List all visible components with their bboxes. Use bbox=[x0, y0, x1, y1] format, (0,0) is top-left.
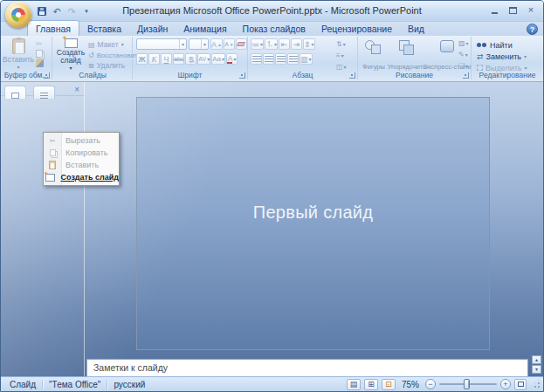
context-menu-item-paste[interactable]: Вставить bbox=[44, 159, 119, 171]
align-left-button[interactable] bbox=[251, 53, 262, 65]
context-menu-item-new-slide[interactable]: ✦ Создать слайд bbox=[44, 171, 119, 183]
tab-review[interactable]: Рецензирование bbox=[313, 22, 400, 36]
office-button[interactable] bbox=[5, 2, 31, 28]
shape-outline-button[interactable]: ✎▾ bbox=[458, 50, 469, 59]
new-slide-button[interactable]: ✦ Создать слайд ▾ bbox=[55, 38, 86, 72]
pane-close-button[interactable]: × bbox=[74, 84, 79, 95]
shape-fill-icon: ▨ bbox=[458, 39, 465, 47]
tab-insert[interactable]: Вставка bbox=[79, 22, 129, 36]
maximize-icon bbox=[509, 7, 517, 14]
zoom-level-label[interactable]: 75% bbox=[399, 380, 422, 389]
align-text-button[interactable]: ≡▾ bbox=[336, 51, 347, 60]
shrink-font-button[interactable]: А▼ bbox=[224, 38, 235, 50]
next-slide-button[interactable]: ▾ bbox=[532, 365, 541, 374]
character-spacing-button[interactable]: AV▾ bbox=[197, 53, 210, 65]
shape-fill-button[interactable]: ▨▾ bbox=[458, 38, 469, 48]
close-button[interactable]: × bbox=[526, 5, 536, 15]
status-language[interactable]: русский bbox=[107, 380, 151, 389]
bold-button[interactable]: Ж bbox=[136, 53, 148, 65]
numbering-button[interactable]: ⒈▾ bbox=[265, 38, 278, 50]
slideshow-view-button[interactable]: ⊡ bbox=[382, 379, 396, 390]
align-right-button[interactable] bbox=[275, 53, 286, 65]
paragraph-group-label: Абзац bbox=[248, 71, 357, 79]
slide-sorter-view-button[interactable]: ⊞ bbox=[364, 379, 378, 390]
cut-button[interactable]: ✂ bbox=[36, 39, 44, 48]
fit-to-window-button[interactable] bbox=[514, 379, 527, 390]
format-painter-button[interactable] bbox=[36, 59, 44, 67]
window-controls: × bbox=[489, 5, 536, 15]
drawing-dialog-launcher[interactable] bbox=[463, 72, 469, 79]
justify-button[interactable] bbox=[287, 53, 299, 65]
text-direction-button[interactable]: ⇅▾ bbox=[336, 39, 347, 49]
font-color-button[interactable]: А▾ bbox=[226, 53, 238, 65]
underline-button[interactable]: Ч bbox=[161, 53, 172, 65]
slide-canvas[interactable]: Первый слайд bbox=[136, 97, 490, 350]
minimize-button[interactable] bbox=[489, 5, 499, 15]
maximize-button[interactable] bbox=[507, 5, 518, 15]
ribbon: Вставить ▾ ✂ Буфер обм... ✦ Создать слай… bbox=[1, 36, 543, 82]
context-menu-item-copy[interactable]: Копировать bbox=[44, 147, 119, 159]
tab-design[interactable]: Дизайн bbox=[129, 22, 176, 36]
arrange-button[interactable]: Упорядочить bbox=[389, 38, 425, 72]
undo-button[interactable]: ↶ bbox=[51, 5, 63, 17]
help-button[interactable]: ? bbox=[527, 24, 538, 35]
context-menu-item-cut[interactable]: ✂ Вырезать bbox=[44, 134, 119, 147]
paragraph-dialog-launcher[interactable] bbox=[349, 72, 355, 79]
align-center-button[interactable] bbox=[263, 53, 274, 65]
change-case-button[interactable]: Aa▾ bbox=[211, 53, 225, 65]
notes-placeholder: Заметки к слайду bbox=[93, 362, 168, 373]
normal-view-button[interactable]: ▤ bbox=[347, 379, 361, 390]
group-editing: Найти ⇄ Заменить ▾ Выделить ▾ Редактиров… bbox=[472, 37, 543, 79]
spark-icon: ✦ bbox=[44, 170, 49, 177]
save-button[interactable] bbox=[36, 5, 48, 17]
shapes-button[interactable]: Фигуры bbox=[361, 38, 387, 72]
notes-panel[interactable]: Заметки к слайду bbox=[86, 359, 528, 377]
increase-indent-button[interactable]: ⇥ bbox=[291, 38, 302, 50]
italic-button[interactable]: К bbox=[148, 53, 160, 65]
resize-grip[interactable] bbox=[532, 380, 541, 389]
tab-view[interactable]: Вид bbox=[400, 22, 432, 36]
minimize-icon bbox=[492, 12, 498, 14]
align-right-icon bbox=[277, 56, 286, 63]
zoom-slider[interactable] bbox=[439, 379, 497, 389]
columns-button[interactable]: ▥▾ bbox=[300, 53, 313, 65]
tab-slides-thumbnails[interactable] bbox=[4, 86, 26, 99]
line-spacing-icon: ⇕ bbox=[304, 40, 311, 49]
clipboard-dialog-launcher[interactable] bbox=[44, 72, 50, 79]
clear-formatting-button[interactable] bbox=[236, 38, 247, 50]
redo-button[interactable]: ↷ bbox=[65, 5, 78, 17]
zoom-out-button[interactable]: − bbox=[425, 379, 436, 389]
strikethrough-button[interactable]: abc bbox=[173, 53, 184, 65]
text-shadow-button[interactable]: S bbox=[185, 53, 196, 65]
line-spacing-button[interactable]: ⇕▾ bbox=[303, 38, 315, 50]
font-size-dropdown-icon: ▾ bbox=[201, 39, 208, 49]
previous-slide-button[interactable]: ▴ bbox=[532, 355, 541, 364]
workspace: × Первый слайд ✂ Вырезать Копировать Вст… bbox=[1, 82, 543, 376]
decrease-indent-button[interactable]: ⇤ bbox=[279, 38, 290, 50]
context-menu: ✂ Вырезать Копировать Вставить ✦ Создать… bbox=[43, 132, 120, 186]
tab-slideshow[interactable]: Показ слайдов bbox=[235, 22, 313, 36]
font-dialog-launcher[interactable] bbox=[239, 72, 245, 79]
tab-home[interactable]: Главная bbox=[27, 20, 79, 36]
zoom-in-button[interactable]: + bbox=[500, 379, 511, 389]
numbering-dropdown-icon: ▾ bbox=[274, 42, 277, 47]
zoom-slider-thumb[interactable] bbox=[464, 379, 470, 389]
align-center-icon bbox=[265, 56, 273, 63]
find-button[interactable]: Найти bbox=[477, 39, 527, 51]
copy-button[interactable] bbox=[36, 50, 43, 58]
font-size-combo[interactable]: ▾ bbox=[189, 38, 209, 50]
layout-icon: ▤ bbox=[88, 41, 95, 49]
status-slide-indicator[interactable]: Слайд bbox=[3, 380, 42, 389]
font-name-combo[interactable]: ▾ bbox=[136, 38, 187, 50]
shape-effects-button[interactable]: ❑▾ bbox=[458, 61, 469, 71]
customize-qat-dropdown[interactable]: ▾ bbox=[80, 5, 93, 17]
bullets-button[interactable]: ≔▾ bbox=[251, 38, 264, 50]
paste-button[interactable]: Вставить ▾ bbox=[3, 38, 33, 72]
grow-font-button[interactable]: А▲ bbox=[210, 38, 223, 50]
new-slide-icon-wrap: ✦ bbox=[44, 174, 57, 182]
tab-outline[interactable] bbox=[33, 86, 55, 99]
slide-title-text[interactable]: Первый слайд bbox=[137, 203, 489, 223]
replace-button[interactable]: ⇄ Заменить ▾ bbox=[477, 51, 527, 62]
tab-animations[interactable]: Анимация bbox=[176, 22, 234, 36]
status-theme[interactable]: "Тема Office" bbox=[43, 380, 107, 389]
